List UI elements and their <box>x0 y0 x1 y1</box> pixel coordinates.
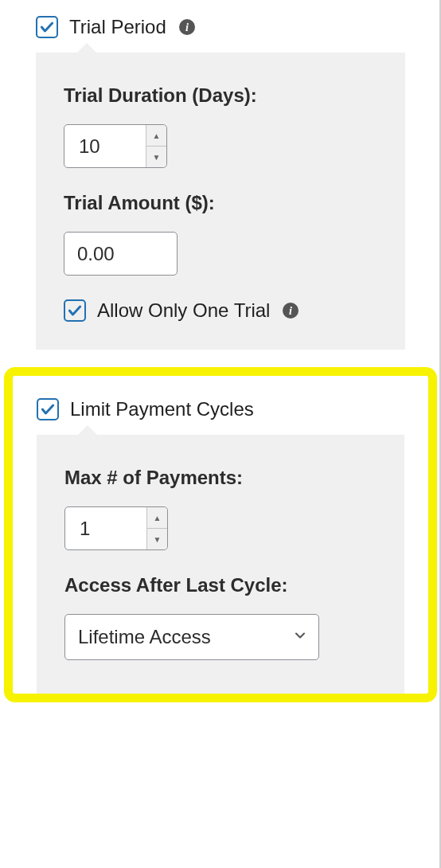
trial-amount-label: Trial Amount ($): <box>64 192 377 214</box>
highlight-box: Limit Payment Cycles Max # of Payments: … <box>4 367 437 702</box>
trial-period-row: Trial Period i <box>36 16 405 38</box>
limit-cycles-row: Limit Payment Cycles <box>37 398 404 420</box>
stepper-down-icon[interactable]: ▼ <box>147 529 167 549</box>
svg-text:i: i <box>289 305 292 317</box>
limit-cycles-checkbox[interactable] <box>37 398 59 420</box>
info-icon[interactable]: i <box>281 301 300 320</box>
stepper-up-icon[interactable]: ▲ <box>146 125 166 147</box>
trial-amount-input[interactable] <box>64 232 178 276</box>
svg-text:i: i <box>185 22 189 33</box>
allow-one-trial-checkbox[interactable] <box>64 299 86 322</box>
access-after-value: Lifetime Access <box>78 626 211 648</box>
trial-duration-label: Trial Duration (Days): <box>64 84 377 107</box>
check-icon <box>39 19 55 35</box>
check-icon <box>40 401 56 417</box>
check-icon <box>67 303 83 319</box>
stepper-up-icon[interactable]: ▲ <box>147 507 167 529</box>
allow-one-trial-label: Allow Only One Trial <box>97 299 270 322</box>
stepper-down-icon[interactable]: ▼ <box>146 147 166 167</box>
trial-period-label: Trial Period <box>69 16 166 38</box>
access-after-label: Access After Last Cycle: <box>64 574 377 596</box>
max-payments-label: Max # of Payments: <box>64 467 377 489</box>
limit-panel: Max # of Payments: ▲ ▼ Access After Last… <box>37 435 404 694</box>
info-icon[interactable]: i <box>178 18 197 37</box>
allow-one-trial-row: Allow Only One Trial i <box>64 299 377 322</box>
trial-period-checkbox[interactable] <box>36 16 58 38</box>
access-after-select[interactable]: Lifetime Access <box>64 614 319 660</box>
trial-panel: Trial Duration (Days): ▲ ▼ Trial Amount … <box>36 53 405 350</box>
limit-cycles-label: Limit Payment Cycles <box>70 398 254 420</box>
